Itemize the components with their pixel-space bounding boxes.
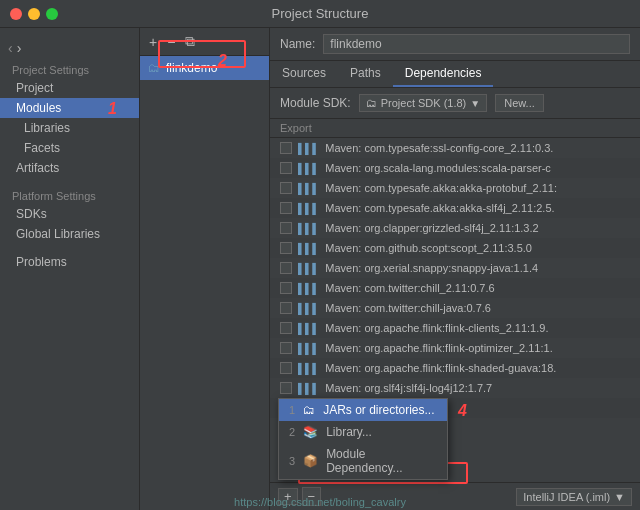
dropdown-item-icon: 📚 <box>303 425 318 439</box>
dep-checkbox[interactable] <box>280 262 292 274</box>
table-row[interactable]: ▌▌▌ Maven: com.github.scopt:scopt_2.11:3… <box>270 238 640 258</box>
sidebar-item-sdks[interactable]: SDKs <box>0 204 139 224</box>
dep-label: Maven: com.typesafe.akka:akka-protobuf_2… <box>325 182 557 194</box>
sidebar-item-global-libraries[interactable]: Global Libraries <box>0 224 139 244</box>
maven-icon: ▌▌▌ <box>298 223 319 234</box>
platform-settings-label: Platform Settings <box>0 186 139 204</box>
list-item[interactable]: 3 📦 Module Dependency... <box>279 443 447 479</box>
dropdown-item-num: 3 <box>289 455 295 467</box>
copy-module-button[interactable]: ⧉ <box>182 32 198 51</box>
sidebar-item-project[interactable]: Project <box>0 78 139 98</box>
table-row[interactable]: ▌▌▌ Maven: org.apache.flink:flink-shaded… <box>270 358 640 378</box>
new-sdk-button[interactable]: New... <box>495 94 544 112</box>
sdk-dropdown-arrow-icon: ▼ <box>470 98 480 109</box>
module-item-label: flinkdemo <box>166 61 217 75</box>
dep-label: Maven: org.slf4j:slf4j-log4j12:1.7.7 <box>325 382 492 394</box>
module-item-flinkdemo[interactable]: 🗂 flinkdemo <box>140 56 269 80</box>
close-button[interactable] <box>10 8 22 20</box>
dep-checkbox[interactable] <box>280 302 292 314</box>
dropdown-item-num: 2 <box>289 426 295 438</box>
maven-icon: ▌▌▌ <box>298 303 319 314</box>
dep-label: Maven: org.clapper:grizzled-slf4j_2.11:1… <box>325 222 538 234</box>
name-label: Name: <box>280 37 315 51</box>
maven-icon: ▌▌▌ <box>298 243 319 254</box>
dep-checkbox[interactable] <box>280 242 292 254</box>
table-row[interactable]: ▌▌▌ Maven: org.xerial.snappy:snappy-java… <box>270 258 640 278</box>
dep-label: Maven: com.twitter:chill_2.11:0.7.6 <box>325 282 494 294</box>
dep-checkbox[interactable] <box>280 322 292 334</box>
title-bar: Project Structure <box>0 0 640 28</box>
list-item[interactable]: 2 📚 Library... <box>279 421 447 443</box>
dep-checkbox[interactable] <box>280 342 292 354</box>
dep-checkbox[interactable] <box>280 382 292 394</box>
table-row[interactable]: ▌▌▌ Maven: org.apache.flink:flink-client… <box>270 318 640 338</box>
dep-checkbox[interactable] <box>280 142 292 154</box>
sdk-folder-icon: 🗂 <box>366 97 377 109</box>
detail-panel: Name: Sources Paths Dependencies Module … <box>270 28 640 510</box>
dep-header: Export <box>270 119 640 138</box>
table-row[interactable]: ▌▌▌ Maven: com.typesafe:ssl-config-core_… <box>270 138 640 158</box>
sdk-label: Module SDK: <box>280 96 351 110</box>
sdk-row: Module SDK: 🗂 Project SDK (1.8) ▼ New... <box>270 88 640 119</box>
sdk-value: Project SDK (1.8) <box>381 97 467 109</box>
sidebar-item-modules[interactable]: Modules <box>0 98 139 118</box>
name-input[interactable] <box>323 34 630 54</box>
nav-back-icon[interactable]: ‹ <box>8 40 13 56</box>
maven-icon: ▌▌▌ <box>298 263 319 274</box>
tab-paths[interactable]: Paths <box>338 61 393 87</box>
main-layout: ‹ › Project Settings Project Modules Lib… <box>0 28 640 510</box>
dropdown-item-label: JARs or directories... <box>323 403 434 417</box>
dep-checkbox[interactable] <box>280 182 292 194</box>
sidebar-divider-2 <box>0 244 139 252</box>
dep-checkbox[interactable] <box>280 362 292 374</box>
maven-icon: ▌▌▌ <box>298 283 319 294</box>
nav-arrows: ‹ › <box>0 36 139 60</box>
maximize-button[interactable] <box>46 8 58 20</box>
table-row[interactable]: ▌▌▌ Maven: org.slf4j:slf4j-log4j12:1.7.7 <box>270 378 640 398</box>
module-list-panel: + − ⧉ 🗂 flinkdemo <box>140 28 270 510</box>
sdk-select[interactable]: 🗂 Project SDK (1.8) ▼ <box>359 94 488 112</box>
dep-label: Maven: org.apache.flink:flink-shaded-gua… <box>325 362 556 374</box>
sidebar-item-libraries[interactable]: Libraries <box>0 118 139 138</box>
dropdown-item-label: Module Dependency... <box>326 447 437 475</box>
dep-checkbox[interactable] <box>280 282 292 294</box>
dep-label: Maven: com.github.scopt:scopt_2.11:3.5.0 <box>325 242 532 254</box>
sidebar-item-facets[interactable]: Facets <box>0 138 139 158</box>
dropdown-item-icon: 🗂 <box>303 403 315 417</box>
table-row[interactable]: ▌▌▌ Maven: org.clapper:grizzled-slf4j_2.… <box>270 218 640 238</box>
remove-module-button[interactable]: − <box>164 33 178 51</box>
minimize-button[interactable] <box>28 8 40 20</box>
dropdown-item-label: Library... <box>326 425 372 439</box>
dep-checkbox[interactable] <box>280 222 292 234</box>
table-row[interactable]: ▌▌▌ Maven: com.typesafe.akka:akka-protob… <box>270 178 640 198</box>
nav-forward-icon[interactable]: › <box>17 40 22 56</box>
sidebar-item-artifacts[interactable]: Artifacts <box>0 158 139 178</box>
add-dependency-dropdown: 1 🗂 JARs or directories... 2 📚 Library..… <box>278 398 448 480</box>
dropdown-item-num: 1 <box>289 404 295 416</box>
name-row: Name: <box>270 28 640 61</box>
dropdown-item-icon: 📦 <box>303 454 318 468</box>
table-row[interactable]: ▌▌▌ Maven: com.twitter:chill-java:0.7.6 <box>270 298 640 318</box>
table-row[interactable]: ▌▌▌ Maven: com.twitter:chill_2.11:0.7.6 <box>270 278 640 298</box>
sidebar-item-problems[interactable]: Problems <box>0 252 139 272</box>
add-module-button[interactable]: + <box>146 33 160 51</box>
table-row[interactable]: ▌▌▌ Maven: com.typesafe.akka:akka-slf4j_… <box>270 198 640 218</box>
sidebar: ‹ › Project Settings Project Modules Lib… <box>0 28 140 510</box>
dep-label: Maven: org.apache.flink:flink-optimizer_… <box>325 342 552 354</box>
maven-icon: ▌▌▌ <box>298 143 319 154</box>
tab-dependencies[interactable]: Dependencies <box>393 61 494 87</box>
table-row[interactable]: ▌▌▌ Maven: org.scala-lang.modules:scala-… <box>270 158 640 178</box>
tabs-row: Sources Paths Dependencies <box>270 61 640 88</box>
dep-label: Maven: org.scala-lang.modules:scala-pars… <box>325 162 551 174</box>
tab-sources[interactable]: Sources <box>270 61 338 87</box>
dep-checkbox[interactable] <box>280 202 292 214</box>
table-row[interactable]: ▌▌▌ Maven: org.apache.flink:flink-optimi… <box>270 338 640 358</box>
sidebar-divider <box>0 178 139 186</box>
maven-icon: ▌▌▌ <box>298 183 319 194</box>
dep-checkbox[interactable] <box>280 162 292 174</box>
maven-icon: ▌▌▌ <box>298 323 319 334</box>
traffic-lights <box>10 8 58 20</box>
list-item[interactable]: 1 🗂 JARs or directories... <box>279 399 447 421</box>
dep-label: Maven: com.typesafe:ssl-config-core_2.11… <box>325 142 553 154</box>
maven-icon: ▌▌▌ <box>298 203 319 214</box>
